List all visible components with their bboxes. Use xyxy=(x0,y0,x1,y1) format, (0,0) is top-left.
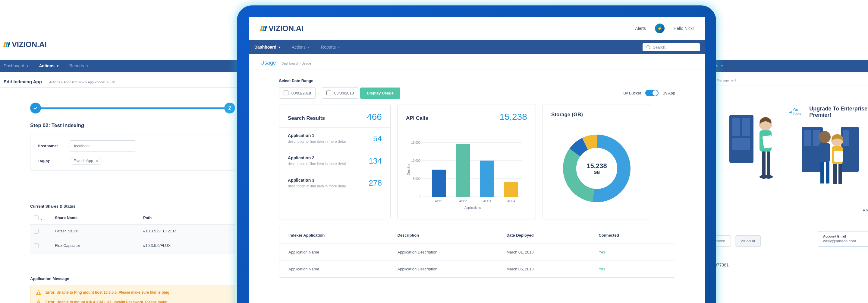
greeting: Hello Nick! xyxy=(674,26,694,31)
nav-actions[interactable]: Actions▾ xyxy=(292,45,310,50)
brand-text: VIZION.AI xyxy=(269,24,303,33)
card-title: Storage (GB) xyxy=(551,112,583,118)
chevron-down-icon: ▾ xyxy=(721,64,723,67)
list-item[interactable]: Application 2description of line item in… xyxy=(279,150,390,172)
list-item[interactable]: Application 1description of line item in… xyxy=(279,128,390,150)
shares-title: Current Shares & Status xyxy=(30,204,75,209)
svg-rect-35 xyxy=(432,170,446,197)
table-row: Application Name Application Description… xyxy=(279,261,675,277)
date-start-input[interactable]: 03/01/2018 xyxy=(279,87,315,99)
upgrade-note: A Vizion.ai Account Representative will … xyxy=(862,208,868,217)
left-navbar: Dashboard▾ Actions▾ Reports▾ xyxy=(0,60,253,72)
go-back-link[interactable]: ◀ Go Back xyxy=(789,108,802,116)
search-input[interactable]: Search... xyxy=(643,43,700,51)
storage-card: Storage (GB) 15,238 xyxy=(542,104,651,219)
messages-title: Application Message xyxy=(30,276,69,281)
svg-text:15,000: 15,000 xyxy=(411,141,421,144)
toggle-switch[interactable] xyxy=(645,90,658,96)
calendar-icon xyxy=(284,90,288,95)
logo-mark-icon xyxy=(260,26,267,31)
svg-rect-3 xyxy=(733,138,750,150)
api-calls-card: API Calls 15,238 0 5,000 10,000 15,000 xyxy=(397,104,536,219)
chevron-down-icon: ▾ xyxy=(57,64,59,67)
chevron-down-icon: ▾ xyxy=(338,46,340,49)
svg-rect-18 xyxy=(820,162,824,184)
svg-text:APP1: APP1 xyxy=(435,199,443,203)
donut-value: 15,238 xyxy=(587,162,607,170)
svg-text:0: 0 xyxy=(418,195,421,199)
svg-rect-1 xyxy=(733,118,740,136)
svg-rect-6 xyxy=(762,135,773,148)
breadcrumb-right: unt Management xyxy=(705,72,868,85)
svg-text:APP4: APP4 xyxy=(507,199,515,203)
check-icon xyxy=(33,106,38,110)
account-email-field[interactable]: Account Email wiley@ameco.com ✓ xyxy=(818,231,868,247)
svg-rect-2 xyxy=(742,118,750,136)
date-end-input[interactable]: 03/30/2018 xyxy=(322,87,358,99)
card-title: Search Results xyxy=(288,115,325,121)
checkbox[interactable] xyxy=(34,243,38,248)
usage-title: Usage xyxy=(260,60,276,66)
col-connected: Connected xyxy=(598,233,666,238)
alerts-link[interactable]: Alerts xyxy=(635,26,646,31)
nav-reports[interactable]: Reports▾ xyxy=(69,63,88,68)
checkbox[interactable] xyxy=(34,229,38,233)
svg-rect-37 xyxy=(480,161,494,197)
calendar-icon xyxy=(327,90,331,95)
checkbox-all[interactable] xyxy=(34,216,38,220)
upgrade-title: Upgrade To Enterprise Premier! xyxy=(809,106,868,118)
step-1-done xyxy=(30,103,41,113)
avatar[interactable]: ⚡ xyxy=(655,24,664,33)
right-navbar: orts ▾ xyxy=(705,60,868,72)
breadcrumb: Actions > App Overview > Application1 > … xyxy=(49,80,116,84)
donut-chart: 15,238 GB xyxy=(558,129,636,208)
logo: VIZION.AI xyxy=(4,40,46,49)
step-title: Step 02: Test Indexing xyxy=(30,122,84,129)
chevron-left-icon: ◀ xyxy=(789,110,792,114)
svg-rect-17 xyxy=(819,143,830,162)
close-icon[interactable]: ✕ xyxy=(96,159,98,163)
page-title: Edit Indexing App xyxy=(4,79,42,84)
chip-domain[interactable]: vizion.ai xyxy=(735,236,761,247)
nav-dashboard[interactable]: Dashboard▾ xyxy=(4,63,28,68)
svg-point-25 xyxy=(647,46,650,48)
list-item[interactable]: Application 3description of line item in… xyxy=(279,172,390,194)
warning-icon xyxy=(36,300,41,303)
search-results-card: Search Results 466 Application 1descript… xyxy=(279,104,391,219)
svg-text:Quantity: Quantity xyxy=(407,164,410,175)
svg-rect-24 xyxy=(834,151,843,162)
nav-dashboard[interactable]: Dashboard▾ xyxy=(254,45,280,50)
svg-rect-19 xyxy=(826,162,830,184)
hostname-input[interactable]: localhost xyxy=(70,140,136,152)
tag-chip[interactable]: FavoriteApp ✕ xyxy=(70,157,102,165)
tags-label: Tag(s): xyxy=(38,159,62,163)
illustration-people xyxy=(802,121,859,193)
col-share-name: Share Name xyxy=(55,216,143,221)
svg-point-16 xyxy=(818,131,831,143)
chevron-down-icon: ▾ xyxy=(308,46,310,49)
search-icon xyxy=(646,45,650,49)
bolt-icon: ⚡ xyxy=(657,26,662,31)
nav-reports[interactable]: Reports▾ xyxy=(321,45,340,50)
col-path: Path xyxy=(143,216,231,221)
nav-actions[interactable]: Actions▾ xyxy=(39,63,59,68)
view-toggle: By Bucket By App xyxy=(623,90,675,96)
svg-point-10 xyxy=(764,175,773,178)
warning-icon xyxy=(36,290,41,295)
bar-chart: 0 5,000 10,000 15,000 APP1 APP2 APP3 APP… xyxy=(398,127,535,219)
display-usage-button[interactable]: Display Usage xyxy=(360,87,400,99)
donut-unit: GB xyxy=(587,170,607,175)
message-row: Error: Unable to Ping mount host 10.3.5.… xyxy=(30,287,235,297)
indexer-table: Indexer Application Description Date Dep… xyxy=(279,227,675,278)
chevron-down-icon[interactable]: ▾ xyxy=(41,218,42,221)
svg-line-26 xyxy=(649,48,650,49)
brand-text: VIZION.AI xyxy=(12,40,46,49)
table-row: Application Name Application Description… xyxy=(279,244,675,261)
card-title: API Calls xyxy=(406,115,428,121)
date-separator: – xyxy=(315,90,322,96)
hostname-label: Hostname: xyxy=(38,144,62,148)
messages-panel: Error: Unable to Ping mount host 10.3.5.… xyxy=(30,285,235,303)
col-desc: Description xyxy=(398,233,507,238)
col-date: Date Deployed xyxy=(506,233,598,238)
logo-mark-icon xyxy=(4,42,10,47)
